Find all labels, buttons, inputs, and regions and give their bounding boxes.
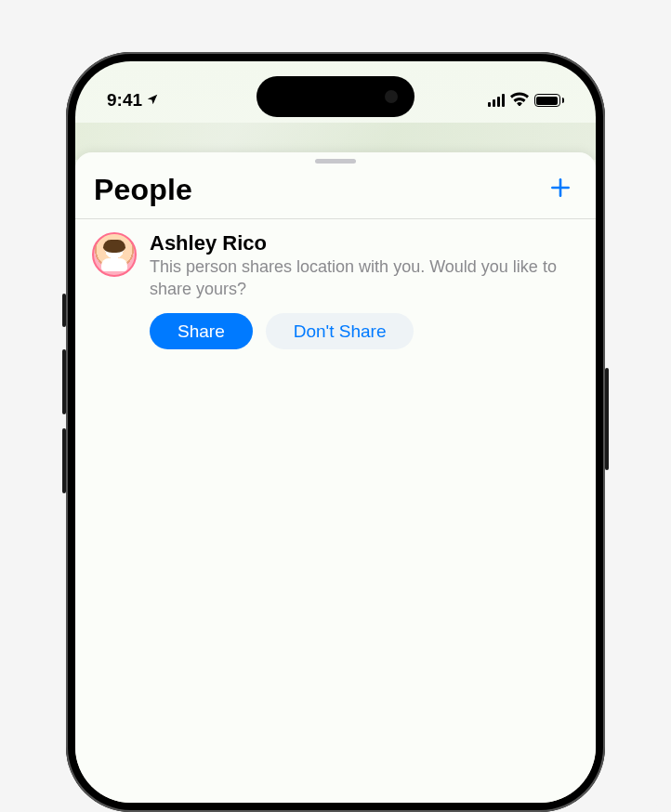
volume-up-button [62,349,66,414]
silent-switch [62,294,66,327]
sheet-grabber[interactable] [315,159,356,164]
people-sheet: People Ashley Rico This person shares lo… [75,152,596,803]
add-person-button[interactable] [544,174,577,207]
iphone-frame: 9:41 P [66,52,605,812]
person-row[interactable]: Ashley Rico This person shares location … [75,219,596,349]
power-button [605,368,609,470]
cellular-signal-icon [488,94,505,107]
dont-share-button[interactable]: Don't Share [266,313,414,349]
person-name: Ashley Rico [150,232,579,255]
dynamic-island [257,76,414,117]
battery-icon [534,94,565,107]
sheet-title: People [94,173,192,207]
person-message: This person shares location with you. Wo… [150,256,579,300]
plus-icon [548,173,572,207]
phone-screen: 9:41 P [75,61,596,803]
volume-down-button [62,428,66,493]
wifi-icon [510,90,529,111]
status-time: 9:41 [107,90,142,111]
share-button[interactable]: Share [150,313,253,349]
avatar [92,232,137,277]
product-shot-frame: 9:41 P [0,0,671,812]
location-services-icon [146,90,159,111]
